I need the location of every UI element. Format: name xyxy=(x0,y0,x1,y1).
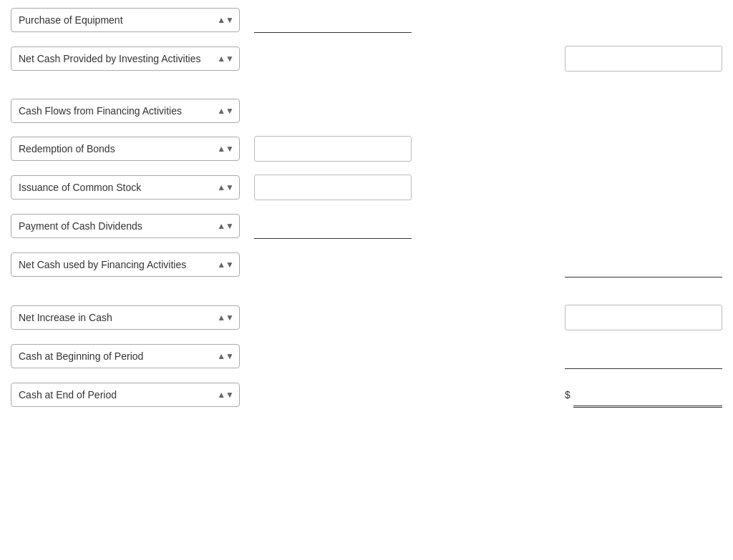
purchase-of-equipment-select-wrapper[interactable]: Purchase of Equipment ▲▼ xyxy=(11,8,240,32)
net-cash-financing-row: Net Cash used by Financing Activities ▲▼ xyxy=(11,252,722,277)
spacer-1 xyxy=(11,84,722,99)
cash-end-select-wrapper[interactable]: Cash at End of Period ▲▼ xyxy=(11,383,240,407)
net-cash-financing-select[interactable]: Net Cash used by Financing Activities xyxy=(11,252,240,277)
cash-beginning-select[interactable]: Cash at Beginning of Period xyxy=(11,344,240,368)
issuance-common-stock-select[interactable]: Issuance of Common Stock xyxy=(11,175,240,200)
cash-beginning-input[interactable] xyxy=(565,343,722,369)
issuance-common-stock-input-col xyxy=(254,175,412,200)
net-cash-investing-input[interactable] xyxy=(565,46,722,72)
spacer-2 xyxy=(11,290,722,305)
purchase-of-equipment-select[interactable]: Purchase of Equipment xyxy=(11,8,240,32)
purchase-of-equipment-row: Purchase of Equipment ▲▼ xyxy=(11,7,722,33)
cash-beginning-input-col xyxy=(565,343,722,369)
issuance-common-stock-input[interactable] xyxy=(254,175,412,200)
cash-end-select[interactable]: Cash at End of Period xyxy=(11,383,240,407)
net-increase-cash-row: Net Increase in Cash ▲▼ xyxy=(11,305,722,330)
net-increase-cash-select[interactable]: Net Increase in Cash xyxy=(11,305,240,330)
purchase-of-equipment-input[interactable] xyxy=(254,7,412,33)
net-increase-cash-input-col xyxy=(565,305,722,330)
redemption-of-bonds-select-wrapper[interactable]: Redemption of Bonds ▲▼ xyxy=(11,137,240,161)
net-cash-financing-select-wrapper[interactable]: Net Cash used by Financing Activities ▲▼ xyxy=(11,252,240,277)
payment-cash-dividends-input-col xyxy=(254,213,412,239)
net-cash-investing-select-wrapper[interactable]: Net Cash Provided by Investing Activitie… xyxy=(11,46,240,71)
net-cash-investing-select[interactable]: Net Cash Provided by Investing Activitie… xyxy=(11,46,240,71)
payment-cash-dividends-select-wrapper[interactable]: Payment of Cash Dividends ▲▼ xyxy=(11,214,240,238)
net-cash-investing-input-col xyxy=(565,46,722,72)
redemption-of-bonds-input-col xyxy=(254,136,412,162)
cash-end-input[interactable] xyxy=(573,382,722,408)
net-increase-cash-input[interactable] xyxy=(565,305,722,330)
cash-beginning-row: Cash at Beginning of Period ▲▼ xyxy=(11,343,722,369)
dollar-sign-label: $ xyxy=(565,389,571,401)
cash-flows-financing-select[interactable]: Cash Flows from Financing Activities xyxy=(11,99,240,123)
cash-flows-financing-select-wrapper[interactable]: Cash Flows from Financing Activities ▲▼ xyxy=(11,99,240,123)
purchase-of-equipment-input-col xyxy=(254,7,412,33)
net-cash-investing-row: Net Cash Provided by Investing Activitie… xyxy=(11,46,722,72)
net-cash-financing-input-col xyxy=(565,252,722,277)
cash-beginning-select-wrapper[interactable]: Cash at Beginning of Period ▲▼ xyxy=(11,344,240,368)
redemption-of-bonds-input[interactable] xyxy=(254,136,412,162)
net-cash-financing-input[interactable] xyxy=(565,252,722,277)
redemption-of-bonds-row: Redemption of Bonds ▲▼ xyxy=(11,136,722,162)
cash-end-row: Cash at End of Period ▲▼ $ xyxy=(11,382,722,408)
redemption-of-bonds-select[interactable]: Redemption of Bonds xyxy=(11,137,240,161)
net-increase-cash-select-wrapper[interactable]: Net Increase in Cash ▲▼ xyxy=(11,305,240,330)
payment-cash-dividends-row: Payment of Cash Dividends ▲▼ xyxy=(11,213,722,239)
cash-flows-financing-row: Cash Flows from Financing Activities ▲▼ xyxy=(11,99,722,123)
cash-end-input-col: $ xyxy=(565,382,722,408)
payment-cash-dividends-select[interactable]: Payment of Cash Dividends xyxy=(11,214,240,238)
cash-end-dollar-row: $ xyxy=(565,382,722,408)
issuance-common-stock-row: Issuance of Common Stock ▲▼ xyxy=(11,175,722,200)
payment-cash-dividends-input[interactable] xyxy=(254,213,412,239)
issuance-common-stock-select-wrapper[interactable]: Issuance of Common Stock ▲▼ xyxy=(11,175,240,200)
